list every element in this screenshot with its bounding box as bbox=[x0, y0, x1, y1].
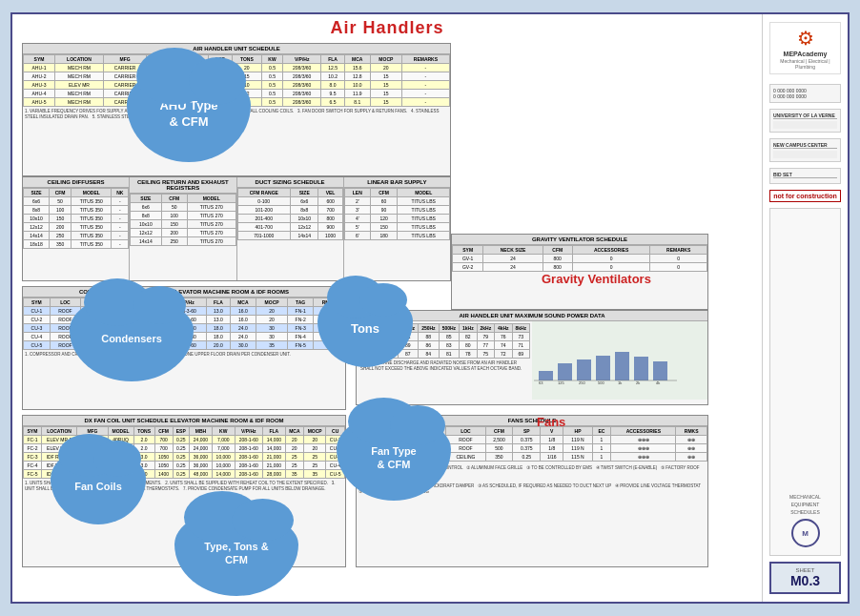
gravity-table-title: GRAVITY VENTILATOR SCHEDULE bbox=[452, 235, 707, 245]
phone2: 0 000 000 0000 bbox=[773, 93, 837, 99]
project-label-block: UNIVERSITY OF LA VERNE bbox=[769, 109, 841, 133]
svg-rect-3 bbox=[596, 356, 610, 380]
sound-chart: 63 125 250 500 1k 2k 4k bbox=[534, 323, 677, 385]
svg-rect-1 bbox=[558, 363, 572, 380]
content-area: Air Handlers AIR HANDLER UNIT SCHEDULE S… bbox=[12, 14, 762, 602]
page-title: Air Handlers bbox=[330, 18, 443, 38]
svg-text:250: 250 bbox=[579, 380, 585, 385]
svg-text:1k: 1k bbox=[618, 380, 622, 385]
linear-bar-title: LINEAR BAR SUPPLY bbox=[344, 177, 450, 188]
fans-label: Fans bbox=[537, 415, 565, 429]
diffusers-title: CEILING DIFFUSERS bbox=[23, 177, 129, 188]
phase-label: BID SET bbox=[773, 172, 837, 178]
company-name: MEPAcademy bbox=[784, 50, 828, 58]
svg-text:63: 63 bbox=[539, 380, 543, 385]
sidebar: ⚙ MEPAcademy Mechanical | Electrical | P… bbox=[762, 14, 848, 602]
typetonsefm-bubble: Type, Tons & CFM bbox=[174, 510, 298, 596]
gear-icon: ⚙ bbox=[797, 27, 814, 50]
sheet-number: M0.3 bbox=[775, 573, 835, 588]
linear-bar-table: LENCFMMODEL 2'60TITUS LBS 3'90TITUS LBS … bbox=[344, 188, 450, 240]
svg-rect-2 bbox=[577, 359, 591, 380]
condensers-table-title: CONDENSING UNITS SCHEDULE ELEVATOR MACHI… bbox=[23, 287, 345, 298]
svg-rect-4 bbox=[615, 352, 629, 380]
diffusers-table: SIZECFMMODELNK 6x650TITUS 350- 8x8100TIT… bbox=[23, 188, 129, 249]
building-label-block: NEW CAMPUS CENTER bbox=[769, 138, 841, 162]
ahu-table-title: AIR HANDLER UNIT SCHEDULE bbox=[23, 44, 450, 54]
mep-symbol: M bbox=[791, 519, 820, 547]
main-container: Air Handlers AIR HANDLER UNIT SCHEDULE S… bbox=[10, 12, 850, 604]
duct-sizing-title: DUCT SIZING SCHEDULE bbox=[237, 177, 343, 188]
svg-text:500: 500 bbox=[598, 380, 604, 385]
category1: MECHANICAL bbox=[789, 494, 821, 500]
duct-sizing-table: CFM RANGESIZEVEL 0-1006x6600 101-2008x87… bbox=[237, 188, 343, 240]
phase-block: BID SET bbox=[769, 168, 841, 184]
gravity-table: SYMNECK SIZECFMACCESSORIESREMARKS GV-124… bbox=[452, 245, 707, 272]
company-logo: ⚙ MEPAcademy Mechanical | Electrical | P… bbox=[769, 22, 841, 74]
gravity-label: Gravity Ventilators bbox=[542, 272, 651, 286]
company-tagline: Mechanical | Electrical | Plumbing bbox=[770, 58, 840, 70]
svg-rect-0 bbox=[539, 371, 553, 380]
category3: SCHEDULES bbox=[790, 509, 820, 515]
sheet-number-block: SHEET M0.3 bbox=[769, 562, 841, 594]
svg-text:2k: 2k bbox=[636, 380, 640, 385]
category2: EQUIPMENT bbox=[791, 502, 820, 507]
project-label: UNIVERSITY OF LA VERNE bbox=[773, 113, 837, 119]
svg-text:125: 125 bbox=[558, 380, 564, 385]
return-title: CEILING RETURN AND EXHAUST REGISTERS bbox=[130, 177, 235, 194]
fancoils-table-title: DX FAN COIL UNIT SCHEDULE ELEVATOR MACHI… bbox=[23, 416, 345, 426]
return-table: SIZECFMMODEL 6x650TITUS 270 8x8100TITUS … bbox=[130, 194, 235, 246]
svg-text:4k: 4k bbox=[656, 380, 660, 385]
contact-info: 0 000 000 0000 0 000 000 0000 bbox=[769, 84, 841, 103]
diffusers-section: CEILING DIFFUSERS SIZECFMMODELNK 6x650TI… bbox=[22, 176, 451, 281]
svg-rect-6 bbox=[653, 361, 667, 380]
building-label: NEW CAMPUS CENTER bbox=[773, 142, 837, 149]
not-for-construction-label: not for construction bbox=[769, 190, 841, 202]
svg-rect-5 bbox=[634, 357, 648, 380]
drawing-info: MECHANICAL EQUIPMENT SCHEDULES M bbox=[769, 208, 841, 556]
